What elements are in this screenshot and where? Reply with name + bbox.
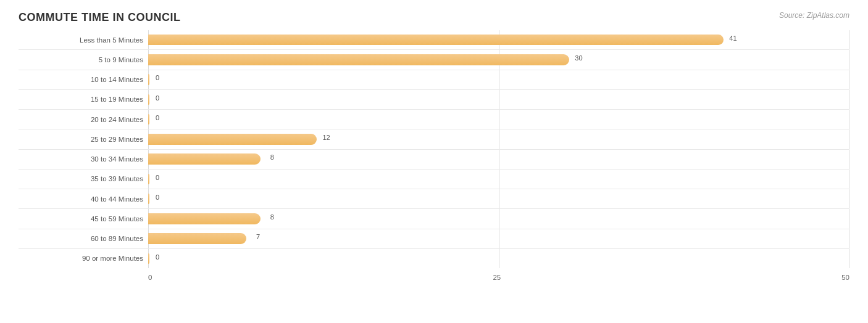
bar-row: 60 to 89 Minutes7 <box>19 229 849 249</box>
bar-track: 12 <box>148 131 849 147</box>
bar-row: 5 to 9 Minutes30 <box>19 50 849 70</box>
bar-value: 8 <box>270 153 274 161</box>
bar-row: 35 to 39 Minutes0 <box>19 170 849 189</box>
bar-row: 45 to 59 Minutes8 <box>19 209 849 229</box>
bar-label: Less than 5 Minutes <box>19 36 148 44</box>
bar-label: 40 to 44 Minutes <box>19 195 148 203</box>
bar-label: 5 to 9 Minutes <box>19 56 148 63</box>
bar-label: 90 or more Minutes <box>19 255 148 262</box>
bar-row: 40 to 44 Minutes0 <box>19 189 849 209</box>
bar-label: 30 to 34 Minutes <box>19 155 148 163</box>
bar-track: 30 <box>148 51 849 68</box>
x-tick: 0 <box>148 274 152 281</box>
bars-wrapper: Less than 5 Minutes415 to 9 Minutes3010 … <box>19 30 849 268</box>
chart-container: COMMUTE TIME IN COUNCIL Source: ZipAtlas… <box>0 0 868 323</box>
bar-value: 41 <box>729 35 737 42</box>
bar-value: 0 <box>156 194 159 201</box>
bar-label: 15 to 19 Minutes <box>19 96 148 103</box>
bar-fill: 7 <box>148 233 246 244</box>
bar-track: 8 <box>148 210 849 227</box>
bar-track: 8 <box>148 151 849 168</box>
bar-value: 0 <box>156 94 159 102</box>
bar-fill: 0 <box>148 174 149 185</box>
x-axis: 02550 <box>148 268 849 287</box>
bar-label: 10 to 14 Minutes <box>19 76 148 83</box>
bar-label: 45 to 59 Minutes <box>19 215 148 223</box>
bar-track: 7 <box>148 231 849 247</box>
chart-title: COMMUTE TIME IN COUNCIL <box>19 11 849 24</box>
bar-track: 0 <box>148 171 849 187</box>
bar-fill: 30 <box>148 54 569 65</box>
bar-track: 0 <box>148 72 849 88</box>
bar-value: 12 <box>322 134 330 141</box>
x-tick: 50 <box>841 274 849 281</box>
bar-fill: 8 <box>148 213 261 224</box>
bar-row: 30 to 34 Minutes8 <box>19 150 849 170</box>
bar-value: 0 <box>156 174 159 181</box>
bar-fill: 0 <box>148 94 149 105</box>
bar-value: 8 <box>270 213 274 221</box>
bar-label: 20 to 24 Minutes <box>19 116 148 123</box>
bar-row: 10 to 14 Minutes0 <box>19 70 849 90</box>
source-label: Source: ZipAtlas.com <box>779 11 849 20</box>
bar-value: 7 <box>256 233 260 240</box>
bar-value: 0 <box>156 253 159 261</box>
bar-row: 90 or more Minutes0 <box>19 249 849 268</box>
bar-fill: 0 <box>148 253 149 264</box>
bar-row: 15 to 19 Minutes0 <box>19 90 849 110</box>
bar-row: 20 to 24 Minutes0 <box>19 110 849 129</box>
bar-fill: 0 <box>148 194 149 205</box>
bar-track: 41 <box>148 31 849 48</box>
x-tick: 25 <box>493 274 501 281</box>
chart-area: Less than 5 Minutes415 to 9 Minutes3010 … <box>19 30 849 287</box>
bar-label: 60 to 89 Minutes <box>19 235 148 242</box>
bar-track: 0 <box>148 91 849 108</box>
bar-fill: 41 <box>148 35 724 46</box>
bar-track: 0 <box>148 111 849 128</box>
bar-track: 0 <box>148 250 849 267</box>
bar-label: 25 to 29 Minutes <box>19 136 148 143</box>
bar-fill: 0 <box>148 74 149 85</box>
bar-fill: 12 <box>148 134 317 145</box>
bar-value: 0 <box>156 74 159 81</box>
bar-label: 35 to 39 Minutes <box>19 175 148 182</box>
bar-row: 25 to 29 Minutes12 <box>19 129 849 149</box>
bar-fill: 0 <box>148 114 149 125</box>
bar-fill: 8 <box>148 153 261 165</box>
bar-row: Less than 5 Minutes41 <box>19 30 849 50</box>
bar-value: 30 <box>575 54 582 62</box>
bar-value: 0 <box>156 114 159 121</box>
bar-track: 0 <box>148 190 849 207</box>
